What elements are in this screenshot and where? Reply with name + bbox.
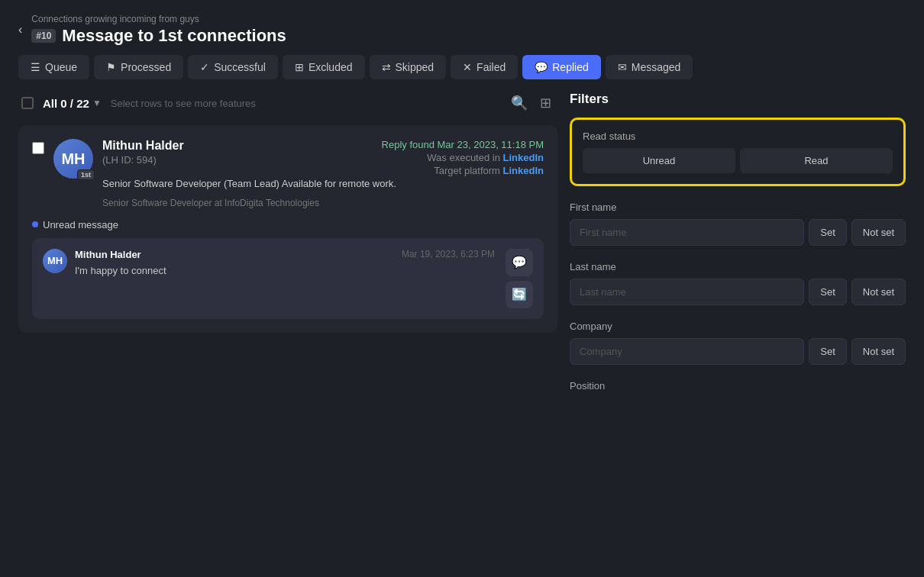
contact-id: (LH ID: 594) — [102, 154, 382, 166]
read-status-section: Read status Unread Read — [570, 118, 906, 186]
toolbar: All 0 / 22 ▼ Select rows to see more fea… — [18, 92, 557, 114]
filters-header: Filters — [570, 92, 906, 107]
company-not-set-button[interactable]: Not set — [851, 338, 906, 365]
last-name-set-button[interactable]: Set — [809, 279, 847, 305]
filters-panel: Filters Read status Unread Read First na… — [570, 92, 906, 577]
select-hint: Select rows to see more features — [111, 98, 499, 109]
last-name-row: Set Not set — [570, 279, 906, 305]
select-all-checkbox[interactable] — [21, 97, 34, 109]
page-header: ‹ Connections growing incoming from guys… — [0, 0, 924, 55]
message-actions: 💬 🔄 — [506, 249, 533, 308]
select-all-checkbox-wrapper[interactable] — [21, 97, 34, 109]
message-sender: Mithun Halder — [75, 249, 141, 260]
contact-main-row: Mithun Halder (LH ID: 594) Reply found M… — [102, 139, 544, 176]
message-text: I'm happy to connect — [75, 265, 495, 276]
grid-icon-btn[interactable]: ⊞ — [537, 92, 554, 114]
header-text: Connections growing incoming from guys #… — [31, 14, 286, 46]
messaged-icon: ✉ — [618, 61, 627, 73]
first-name-row: Set Not set — [570, 219, 906, 246]
unread-badge: Unread message — [32, 219, 544, 230]
last-name-section: Last name Set Not set — [570, 261, 906, 305]
reply-info: Reply found Mar 23, 2023, 11:18 PM Was e… — [382, 139, 544, 176]
campaign-badge: #10 — [31, 29, 56, 43]
first-name-set-button[interactable]: Set — [809, 219, 847, 246]
header-subtitle: Connections growing incoming from guys — [31, 14, 286, 24]
filter-icon-btn[interactable]: 🔍 — [508, 92, 531, 114]
target-info: Target platform LinkedIn — [382, 165, 544, 176]
company-input[interactable] — [570, 338, 804, 365]
contact-checkbox[interactable] — [32, 142, 44, 154]
company-row: Set Not set — [570, 338, 906, 365]
tab-replied[interactable]: 💬 Replied — [522, 55, 600, 79]
chevron-down-icon: ▼ — [92, 98, 102, 108]
position-label: Position — [570, 380, 906, 392]
replied-icon: 💬 — [535, 61, 548, 73]
first-name-not-set-button[interactable]: Not set — [851, 219, 906, 246]
reply-found: Reply found Mar 23, 2023, 11:18 PM — [382, 139, 544, 150]
read-status-buttons: Unread Read — [583, 148, 893, 173]
last-name-input[interactable] — [570, 279, 804, 305]
campaign-title: Message to 1st connections — [62, 26, 286, 46]
position-section: Position — [570, 380, 906, 398]
avatar-wrapper: MH 1st — [53, 139, 93, 179]
first-name-section: First name Set Not set — [570, 201, 906, 246]
last-name-label: Last name — [570, 261, 906, 272]
back-button[interactable]: ‹ — [18, 23, 22, 37]
execution-info: Was executed in LinkedIn — [382, 152, 544, 163]
company-section: Company Set Not set — [570, 321, 906, 365]
contact-card: MH 1st Mithun Halder (LH ID: 594) Reply … — [18, 125, 557, 333]
tab-processed[interactable]: ⚑ Processed — [94, 55, 183, 79]
excluded-icon: ⊞ — [295, 61, 304, 73]
message-content: Mithun Halder Mar 19, 2023, 6:23 PM I'm … — [75, 249, 495, 276]
first-name-label: First name — [570, 201, 906, 213]
select-count[interactable]: All 0 / 22 ▼ — [43, 97, 102, 110]
company-set-button[interactable]: Set — [809, 338, 847, 365]
connection-badge: 1st — [77, 169, 95, 180]
tab-excluded[interactable]: ⊞ Excluded — [283, 55, 365, 79]
message-header: Mithun Halder Mar 19, 2023, 6:23 PM — [75, 249, 495, 260]
processed-icon: ⚑ — [106, 61, 116, 73]
successful-icon: ✓ — [200, 61, 209, 73]
tab-bar: ☰ Queue ⚑ Processed ✓ Successful ⊞ Exclu… — [0, 55, 924, 92]
tab-successful[interactable]: ✓ Successful — [188, 55, 278, 79]
unread-dot-icon — [32, 221, 38, 227]
tab-messaged[interactable]: ✉ Messaged — [606, 55, 693, 79]
company-label: Company — [570, 321, 906, 332]
message-avatar: MH — [43, 249, 67, 273]
reply-button[interactable]: 💬 — [506, 249, 533, 276]
skipped-icon: ⇄ — [382, 61, 391, 73]
read-button[interactable]: Read — [740, 148, 893, 173]
tab-skipped[interactable]: ⇄ Skipped — [370, 55, 447, 79]
main-content: All 0 / 22 ▼ Select rows to see more fea… — [0, 92, 924, 577]
read-status-label: Read status — [583, 131, 893, 142]
failed-icon: ✕ — [463, 61, 472, 73]
first-name-input[interactable] — [570, 219, 804, 246]
message-time: Mar 19, 2023, 6:23 PM — [402, 249, 495, 259]
message-bubble: MH Mithun Halder Mar 19, 2023, 6:23 PM I… — [32, 238, 544, 319]
last-name-not-set-button[interactable]: Not set — [851, 279, 906, 305]
target-platform-link[interactable]: LinkedIn — [503, 165, 544, 176]
contact-info: Mithun Halder (LH ID: 594) — [102, 139, 382, 166]
unread-label: Unread message — [43, 219, 118, 230]
header-title: #10 Message to 1st connections — [31, 26, 286, 46]
toolbar-actions: 🔍 ⊞ — [508, 92, 554, 114]
queue-icon: ☰ — [31, 61, 40, 73]
unread-button[interactable]: Unread — [583, 148, 735, 173]
tab-failed[interactable]: ✕ Failed — [451, 55, 518, 79]
contact-header: MH 1st Mithun Halder (LH ID: 594) Reply … — [32, 139, 544, 210]
tab-queue[interactable]: ☰ Queue — [18, 55, 89, 79]
left-panel: All 0 / 22 ▼ Select rows to see more fea… — [18, 92, 557, 577]
platform-link[interactable]: LinkedIn — [503, 152, 544, 163]
contact-headline: Senior Software Developer (Team Lead) Av… — [102, 176, 544, 192]
contact-current-role: Senior Software Developer at InfoDigita … — [102, 196, 544, 210]
contact-name: Mithun Halder — [102, 139, 382, 153]
refresh-button[interactable]: 🔄 — [506, 281, 533, 308]
